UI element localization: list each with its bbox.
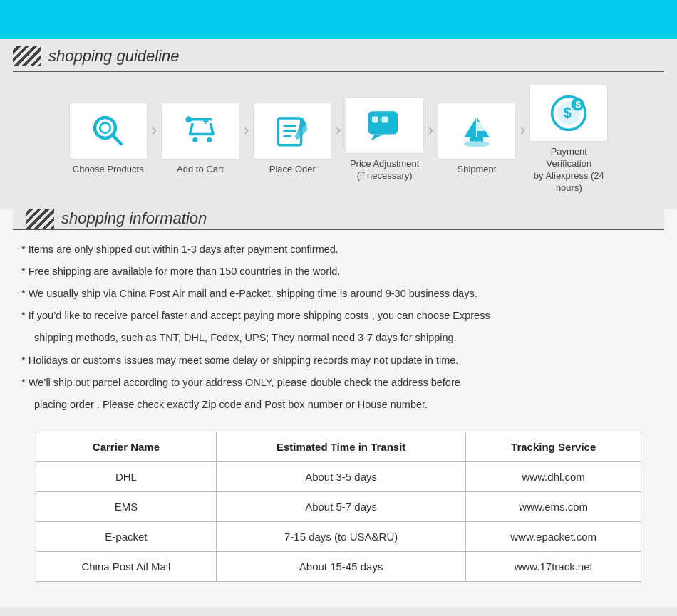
col-carrier: Carrier Name (36, 432, 217, 462)
carrier-chinapost: China Post Ail Mail (36, 552, 217, 582)
info-section: shopping information * Items are only sh… (0, 209, 677, 608)
transit-chinapost: About 15-45 days (216, 552, 465, 582)
shipping-table-wrapper: Carrier Name Estimated Time in Transit T… (36, 432, 641, 582)
svg-rect-21 (477, 122, 485, 132)
step-choose-products: Choose Products (66, 103, 150, 176)
cart-icon: + (181, 112, 219, 150)
table-row: EMS About 5-7 days www.ems.com (36, 492, 641, 522)
info-body: * Items are only shipped out within 1-3 … (0, 230, 677, 427)
info-line-6b: placing order . Please check exactly Zip… (21, 397, 656, 413)
svg-text:+: + (203, 115, 209, 127)
table-row: E-packet 7-15 days (to USA&RU) www.epack… (36, 522, 641, 552)
info-line-5: * Holidays or customs issues may meet so… (21, 353, 656, 369)
arrow-2: › (244, 121, 249, 158)
payment-icon: $ S (549, 94, 588, 132)
shipment-icon-box (438, 103, 516, 160)
chat-icon (366, 106, 404, 145)
transit-ems: About 5-7 days (216, 492, 465, 522)
price-adjustment-label: Price Adjustment(if necessary) (350, 158, 420, 182)
svg-point-5 (192, 137, 197, 142)
choose-products-label: Choose Products (73, 164, 144, 176)
svg-rect-15 (381, 116, 388, 122)
place-order-icon-box (253, 103, 331, 160)
svg-point-19 (464, 141, 490, 147)
payment-verification-label: Payment Verificationby Aliexpress (24 ho… (529, 146, 608, 194)
tracking-chinapost: www.17track.net (466, 552, 641, 582)
step-add-to-cart: + Add to Cart (158, 103, 242, 176)
add-to-cart-label: Add to Cart (177, 164, 224, 176)
guideline-title: shopping guideline (48, 47, 180, 66)
tracking-epacket: www.epacket.com (466, 522, 641, 552)
step-price-adjustment: Price Adjustment(if necessary) (343, 97, 427, 182)
carrier-dhl: DHL (36, 462, 217, 492)
svg-point-1 (100, 123, 110, 133)
choose-products-icon-box (69, 103, 148, 160)
tracking-dhl: www.dhl.com (466, 462, 641, 492)
order-icon (273, 112, 311, 150)
arrow-1: › (152, 121, 157, 158)
shipment-label: Shipment (458, 164, 497, 176)
step-shipment: Shipment (435, 103, 519, 176)
svg-rect-14 (372, 116, 378, 122)
top-banner (0, 0, 677, 39)
add-to-cart-icon-box: + (161, 103, 239, 160)
shipping-table: Carrier Name Estimated Time in Transit T… (36, 432, 641, 582)
arrow-5: › (520, 121, 525, 158)
payment-verification-icon-box: $ S (529, 85, 608, 142)
guideline-header: shopping guideline (13, 39, 664, 72)
tracking-ems: www.ems.com (466, 492, 641, 522)
arrow-3: › (336, 121, 341, 158)
col-transit: Estimated Time in Transit (216, 432, 465, 462)
col-tracking: Tracking Service (466, 432, 641, 462)
carrier-ems: EMS (36, 492, 217, 522)
transit-epacket: 7-15 days (to USA&RU) (216, 522, 465, 552)
price-adjustment-icon-box (346, 97, 424, 154)
arrow-4: › (428, 121, 433, 158)
info-line-3: * We usually ship via China Post Air mai… (21, 286, 656, 302)
info-line-2: * Free shipping are available for more t… (21, 263, 656, 280)
step-place-order: Place Oder (250, 103, 334, 176)
step-payment-verification: $ S Payment Verificationby Aliexpress (2… (527, 85, 611, 194)
ship-icon (458, 112, 496, 150)
table-row: China Post Ail Mail About 15-45 days www… (36, 552, 641, 582)
svg-marker-16 (371, 134, 383, 140)
information-title: shopping information (61, 209, 207, 228)
transit-dhl: About 3-5 days (216, 462, 465, 492)
place-order-label: Place Oder (269, 164, 316, 176)
carrier-epacket: E-packet (36, 522, 217, 552)
table-row: DHL About 3-5 days www.dhl.com (36, 462, 641, 492)
information-header: shopping information (13, 209, 664, 230)
svg-line-2 (112, 135, 121, 145)
info-line-1: * Items are only shipped out within 1-3 … (21, 241, 656, 258)
header-decoration-icon (13, 46, 41, 66)
steps-area: Choose Products › + Add to Cart › (0, 72, 677, 209)
svg-point-6 (207, 137, 212, 142)
search-icon (89, 112, 128, 150)
info-line-4b: shipping methods, such as TNT, DHL, Fede… (21, 330, 656, 346)
svg-text:S: S (575, 100, 581, 110)
info-header-decoration-icon (26, 209, 54, 229)
info-line-6: * We’ll ship out parcel according to you… (21, 375, 656, 391)
svg-text:$: $ (564, 105, 572, 120)
info-line-4: * If you’d like to receive parcel faster… (21, 308, 656, 324)
